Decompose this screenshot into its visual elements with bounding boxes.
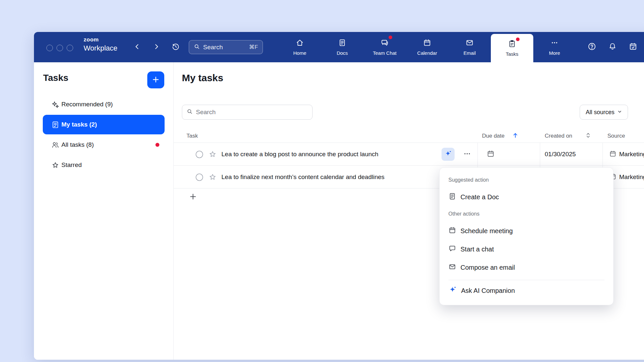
task-title: Lea to finalize next month’s content cal… [221,166,384,189]
suggested-action-label: Suggested action [440,172,613,188]
new-task-button[interactable] [147,71,164,88]
help-icon [588,42,596,52]
nav-tab-email[interactable]: Email [448,32,491,62]
table-row[interactable]: Lea to create a blog post to announce th… [174,143,644,166]
ai-companion-actions-button[interactable] [442,148,455,161]
doc-icon [448,192,456,202]
task-complete-checkbox[interactable] [195,166,203,189]
forward-button[interactable] [150,32,163,62]
other-actions-label: Other actions [440,206,613,222]
help-button[interactable] [585,32,598,62]
home-icon [296,38,304,48]
window-maximize-button[interactable] [67,45,73,51]
sources-filter-dropdown[interactable]: All sources [580,105,628,120]
nav-label-tasks: Tasks [506,51,518,57]
all-tasks-notification-dot [155,143,159,147]
column-header-task: Task [186,129,198,143]
nav-tab-more[interactable]: More [533,32,576,62]
nav-tab-team-chat[interactable]: Team Chat [363,32,406,62]
nav-label-home: Home [293,50,306,56]
column-header-created-on[interactable]: Created on [545,129,591,143]
task-star-toggle[interactable] [208,166,217,189]
menu-item-schedule-meeting[interactable]: Schedule meeting [440,222,613,240]
star-icon [51,161,59,169]
zoom-workplace-logo: zoom Workplace [84,37,118,52]
window-controls[interactable] [46,45,73,51]
add-task-button[interactable] [189,192,197,202]
logo-zoom-text: zoom [84,37,118,42]
chevron-down-icon [617,109,622,116]
menu-item-label: Schedule meeting [460,227,513,235]
tasks-notification-dot [516,38,520,41]
back-button[interactable] [131,32,144,62]
created-on-cell: 01/30/2025 [545,143,576,166]
nav-tab-tasks[interactable]: Tasks [491,34,533,62]
menu-item-create-doc[interactable]: Create a Doc [440,188,613,206]
my-tasks-panel: My tasks All sources Task Due date [174,62,644,360]
email-icon [465,38,474,48]
task-more-options-button[interactable] [460,150,474,158]
sidebar-item-all-tasks[interactable]: All tasks (8) [43,135,165,155]
nav-label-more: More [549,50,560,56]
tasks-search-input[interactable] [196,109,308,116]
menu-item-ask-ai-companion[interactable]: Ask AI Companion [440,281,613,300]
tasks-sidebar: Tasks Recommended (9) My tasks (2) [34,62,174,360]
sidebar-item-my-tasks[interactable]: My tasks (2) [43,115,165,134]
calendar-add-icon [487,150,495,159]
ellipsis-icon [463,150,471,159]
sidebar-item-recommended[interactable]: Recommended (9) [43,95,165,114]
menu-item-label: Start a chat [460,246,494,253]
tasks-search-field[interactable] [182,105,313,120]
logo-workplace-text: Workplace [84,45,118,52]
column-divider [540,143,540,165]
column-divider [477,143,478,165]
sort-ascending-icon[interactable] [512,132,519,141]
bell-icon [608,42,617,52]
task-complete-checkbox[interactable] [195,143,203,166]
nav-tab-calendar[interactable]: Calendar [406,32,448,62]
source-cell[interactable]: Marketing [609,143,644,166]
task-star-toggle[interactable] [208,143,217,166]
source-cell[interactable]: Marketing [609,166,644,189]
source-calendar-icon [609,150,617,159]
people-icon [51,141,59,149]
notifications-button[interactable] [606,32,619,62]
sidebar-item-starred[interactable]: Starred [43,155,165,175]
chat-icon [448,245,456,254]
column-divider [603,143,603,165]
chevron-right-icon [153,43,160,52]
global-search-placeholder: Search [203,44,246,51]
calendar-icon [423,38,431,48]
nav-tab-home[interactable]: Home [279,32,321,62]
sidebar-label-starred: Starred [61,161,82,169]
docs-icon [338,38,346,48]
search-icon [186,108,193,116]
window-close-button[interactable] [46,45,53,51]
menu-item-label: Compose an email [460,264,515,271]
plus-icon [189,192,197,202]
menu-item-start-chat[interactable]: Start a chat [440,240,613,258]
tasks-icon [508,39,516,49]
ai-sparkle-icon [444,150,452,159]
column-header-due-date[interactable]: Due date [482,129,519,143]
nav-label-email: Email [463,50,476,56]
primary-navigation: Home Docs Team Chat Calendar Email [279,32,576,62]
window-minimize-button[interactable] [56,45,63,51]
menu-item-label: Ask AI Companion [461,287,515,294]
nav-tab-docs[interactable]: Docs [321,32,363,62]
plus-icon [152,75,160,85]
sidebar-label-recommended: Recommended (9) [61,101,113,108]
my-tasks-icon [51,121,59,129]
global-search[interactable]: Search ⌘F [189,40,263,54]
schedule-button[interactable] [626,32,639,62]
sparkle-icon [51,100,59,109]
table-header-row: Task Due date Created on Source [174,129,644,143]
more-icon [550,38,559,48]
menu-item-compose-email[interactable]: Compose an email [440,258,613,277]
history-icon [171,42,180,52]
calendar-check-icon [629,42,637,52]
history-button[interactable] [169,32,182,62]
set-due-date-button[interactable] [487,143,495,166]
sort-toggle-icon[interactable] [585,132,591,140]
sidebar-label-my-tasks: My tasks (2) [61,121,97,128]
